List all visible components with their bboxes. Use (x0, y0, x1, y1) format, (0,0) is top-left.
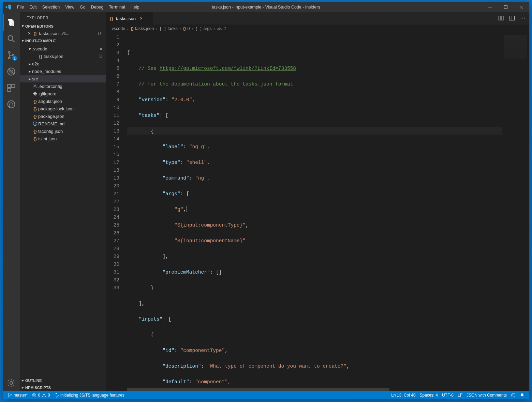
json-icon: {} (32, 136, 38, 141)
chevron-down-icon: ▾ (27, 46, 32, 51)
info-icon (32, 121, 38, 126)
menu-selection[interactable]: Selection (40, 2, 62, 12)
code-content[interactable]: { // See https://go.microsoft.com/fwlink… (127, 33, 502, 388)
close-button[interactable] (514, 2, 529, 12)
close-icon[interactable]: × (27, 31, 32, 36)
menu-help[interactable]: Help (128, 2, 142, 12)
tree-folder-vscode[interactable]: ▾ .vscode (20, 45, 106, 52)
menu-go[interactable]: Go (77, 2, 88, 12)
sidebar-title: EXPLORER (20, 12, 106, 22)
breadcrumb-seg[interactable]: {}0 (183, 26, 190, 31)
activity-search[interactable] (3, 31, 20, 47)
tree-file[interactable]: {}tsconfig.json (20, 127, 106, 135)
object-icon: {} (183, 27, 186, 31)
status-language[interactable]: JSON with Comments (464, 391, 509, 399)
svg-point-11 (10, 382, 13, 384)
tree-file[interactable]: {}angular.json (20, 97, 106, 105)
git-icon (32, 91, 38, 96)
breadcrumb-seg[interactable]: [ ]args (195, 26, 212, 31)
more-icon[interactable] (520, 15, 526, 22)
status-branch[interactable]: master* (5, 391, 30, 399)
json-icon: {} (38, 54, 44, 59)
vscode-logo-icon (3, 4, 14, 10)
status-feedback-icon[interactable] (509, 391, 518, 399)
tree-file-label: package-lock.json (38, 106, 74, 111)
breadcrumb-seg[interactable]: {}tasks.json (131, 26, 154, 31)
status-encoding[interactable]: UTF-8 (440, 391, 456, 399)
tree-file[interactable]: .editorconfig (20, 82, 106, 90)
svg-point-24 (511, 393, 515, 397)
tree-file[interactable]: {}package.json (20, 112, 106, 120)
svg-point-1 (8, 36, 13, 41)
status-language-init[interactable]: Initializing JS/TS language features (52, 391, 127, 399)
svg-point-19 (524, 17, 525, 18)
open-editor-item[interactable]: × {} tasks.json .vs... U (20, 30, 106, 37)
open-editors-label: OPEN EDITORS (25, 24, 54, 28)
tree-file-label: README.md (38, 121, 64, 126)
svg-rect-0 (504, 6, 507, 9)
tree-file-tasksjson[interactable]: {} tasks.json U (20, 52, 106, 60)
status-spaces[interactable]: Spaces: 4 (418, 391, 440, 399)
split-editor-icon[interactable] (509, 15, 515, 22)
status-problems[interactable]: 0 0 (30, 391, 52, 399)
tree-folder-label: node_modules (32, 69, 61, 74)
json-icon: {} (131, 27, 134, 31)
compare-icon[interactable] (498, 15, 504, 22)
svg-rect-15 (501, 16, 504, 20)
tree-folder-src[interactable]: ▸ src (20, 75, 106, 82)
open-editors-header[interactable]: ▾ OPEN EDITORS (20, 22, 106, 30)
menu-view[interactable]: View (62, 2, 77, 12)
activity-scm[interactable]: 1 (3, 47, 20, 63)
window: File Edit Selection View Go Debug Termin… (3, 2, 529, 399)
svg-point-20 (8, 393, 9, 394)
tree-folder-label: src (32, 76, 38, 81)
svg-point-17 (521, 17, 522, 18)
outline-header[interactable]: ▸ OUTLINE (20, 377, 106, 384)
breadcrumb-seg[interactable]: .vscode (110, 26, 125, 31)
titlebar: File Edit Selection View Go Debug Termin… (3, 2, 529, 12)
tabs-row: {} tasks.json × (106, 12, 529, 25)
status-bell-icon[interactable] (518, 391, 527, 399)
chevron-right-icon: ▸ (22, 378, 24, 383)
npm-scripts-header[interactable]: ▸ NPM SCRIPTS (20, 384, 106, 391)
project-header[interactable]: ▾ INPUT-EXAMPLE (20, 37, 106, 44)
json-icon: {} (32, 114, 38, 119)
close-icon[interactable]: × (140, 16, 143, 21)
json-icon: {} (32, 99, 38, 104)
activity-explorer[interactable] (3, 14, 20, 31)
tree-file[interactable]: .gitignore (20, 90, 106, 97)
activity-settings[interactable] (3, 375, 20, 391)
menu-edit[interactable]: Edit (27, 2, 40, 12)
breadcrumbs[interactable]: .vscode › {}tasks.json › [ ]tasks › {}0 … (106, 25, 529, 33)
tab-tasksjson[interactable]: {} tasks.json × (106, 12, 153, 25)
activity-extensions[interactable] (3, 80, 20, 96)
menu-file[interactable]: File (14, 2, 27, 12)
svg-point-3 (9, 57, 10, 59)
tree-folder-label: .vscode (32, 46, 47, 51)
open-editor-marker: U (98, 31, 104, 36)
tree-folder-node_modules[interactable]: ▸ node_modules (20, 67, 106, 75)
minimize-button[interactable] (482, 2, 498, 12)
code-editor[interactable]: 1234567891011121314151617181920212223242… (106, 33, 529, 388)
menu-debug[interactable]: Debug (88, 2, 106, 12)
menu-terminal[interactable]: Terminal (106, 2, 128, 12)
activity-github[interactable] (3, 96, 20, 112)
tree-folder-label: e2e (32, 61, 40, 66)
svg-point-18 (522, 17, 523, 18)
maximize-button[interactable] (498, 2, 514, 12)
tree-file[interactable]: {}package-lock.json (20, 105, 106, 112)
status-lncol[interactable]: Ln 13, Col 40 (389, 391, 417, 399)
breadcrumb-seg[interactable]: [ ]tasks (160, 26, 178, 31)
editor-area: {} tasks.json × .vscode › {}tasks.json ›… (106, 12, 529, 391)
breadcrumb-seg[interactable]: abc 2 (217, 26, 226, 31)
minimap[interactable] (502, 33, 529, 388)
horizontal-scrollbar[interactable] (127, 388, 502, 391)
project-label: INPUT-EXAMPLE (25, 39, 56, 43)
tree-file[interactable]: README.md (20, 120, 106, 127)
status-eol[interactable]: LF (456, 391, 464, 399)
tree-file[interactable]: {}tslint.json (20, 135, 106, 142)
tree-folder-e2e[interactable]: ▸ e2e (20, 60, 106, 67)
json-icon: {} (32, 129, 38, 134)
activity-debug[interactable] (3, 63, 20, 80)
chevron-right-icon: ▸ (27, 61, 32, 66)
